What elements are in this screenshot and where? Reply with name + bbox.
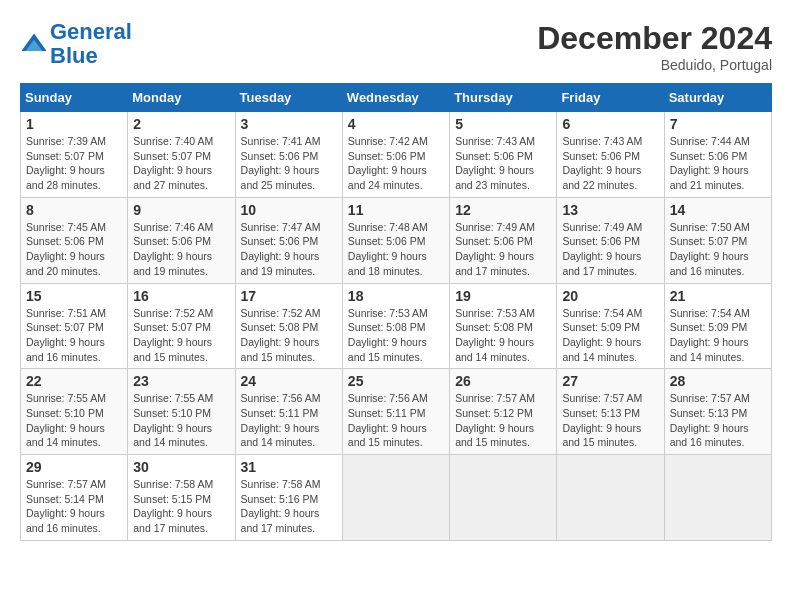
day-number: 27 bbox=[562, 373, 658, 389]
day-number: 22 bbox=[26, 373, 122, 389]
day-number: 8 bbox=[26, 202, 122, 218]
col-wednesday: Wednesday bbox=[342, 84, 449, 112]
day-info: Sunrise: 7:54 AM Sunset: 5:09 PM Dayligh… bbox=[562, 306, 658, 365]
day-number: 11 bbox=[348, 202, 444, 218]
calendar-cell: 17 Sunrise: 7:52 AM Sunset: 5:08 PM Dayl… bbox=[235, 283, 342, 369]
day-info: Sunrise: 7:54 AM Sunset: 5:09 PM Dayligh… bbox=[670, 306, 766, 365]
day-info: Sunrise: 7:53 AM Sunset: 5:08 PM Dayligh… bbox=[455, 306, 551, 365]
calendar-cell: 6 Sunrise: 7:43 AM Sunset: 5:06 PM Dayli… bbox=[557, 112, 664, 198]
calendar-cell: 18 Sunrise: 7:53 AM Sunset: 5:08 PM Dayl… bbox=[342, 283, 449, 369]
day-number: 29 bbox=[26, 459, 122, 475]
day-info: Sunrise: 7:43 AM Sunset: 5:06 PM Dayligh… bbox=[562, 134, 658, 193]
day-number: 18 bbox=[348, 288, 444, 304]
day-number: 10 bbox=[241, 202, 337, 218]
day-info: Sunrise: 7:57 AM Sunset: 5:12 PM Dayligh… bbox=[455, 391, 551, 450]
logo-text: General Blue bbox=[50, 20, 132, 68]
col-monday: Monday bbox=[128, 84, 235, 112]
calendar-cell: 13 Sunrise: 7:49 AM Sunset: 5:06 PM Dayl… bbox=[557, 197, 664, 283]
calendar-cell: 16 Sunrise: 7:52 AM Sunset: 5:07 PM Dayl… bbox=[128, 283, 235, 369]
calendar-table: Sunday Monday Tuesday Wednesday Thursday… bbox=[20, 83, 772, 541]
day-info: Sunrise: 7:56 AM Sunset: 5:11 PM Dayligh… bbox=[348, 391, 444, 450]
day-info: Sunrise: 7:42 AM Sunset: 5:06 PM Dayligh… bbox=[348, 134, 444, 193]
logo: General Blue bbox=[20, 20, 132, 68]
day-number: 5 bbox=[455, 116, 551, 132]
calendar-cell: 7 Sunrise: 7:44 AM Sunset: 5:06 PM Dayli… bbox=[664, 112, 771, 198]
day-info: Sunrise: 7:45 AM Sunset: 5:06 PM Dayligh… bbox=[26, 220, 122, 279]
calendar-cell: 3 Sunrise: 7:41 AM Sunset: 5:06 PM Dayli… bbox=[235, 112, 342, 198]
calendar-cell: 2 Sunrise: 7:40 AM Sunset: 5:07 PM Dayli… bbox=[128, 112, 235, 198]
day-number: 30 bbox=[133, 459, 229, 475]
day-info: Sunrise: 7:52 AM Sunset: 5:07 PM Dayligh… bbox=[133, 306, 229, 365]
month-title: December 2024 bbox=[537, 20, 772, 57]
calendar-cell: 30 Sunrise: 7:58 AM Sunset: 5:15 PM Dayl… bbox=[128, 455, 235, 541]
calendar-cell: 11 Sunrise: 7:48 AM Sunset: 5:06 PM Dayl… bbox=[342, 197, 449, 283]
day-info: Sunrise: 7:55 AM Sunset: 5:10 PM Dayligh… bbox=[26, 391, 122, 450]
day-info: Sunrise: 7:58 AM Sunset: 5:15 PM Dayligh… bbox=[133, 477, 229, 536]
day-info: Sunrise: 7:57 AM Sunset: 5:14 PM Dayligh… bbox=[26, 477, 122, 536]
day-number: 13 bbox=[562, 202, 658, 218]
calendar-cell: 27 Sunrise: 7:57 AM Sunset: 5:13 PM Dayl… bbox=[557, 369, 664, 455]
calendar-cell: 29 Sunrise: 7:57 AM Sunset: 5:14 PM Dayl… bbox=[21, 455, 128, 541]
calendar-week-2: 8 Sunrise: 7:45 AM Sunset: 5:06 PM Dayli… bbox=[21, 197, 772, 283]
calendar-cell: 5 Sunrise: 7:43 AM Sunset: 5:06 PM Dayli… bbox=[450, 112, 557, 198]
calendar-cell: 10 Sunrise: 7:47 AM Sunset: 5:06 PM Dayl… bbox=[235, 197, 342, 283]
calendar-week-3: 15 Sunrise: 7:51 AM Sunset: 5:07 PM Dayl… bbox=[21, 283, 772, 369]
calendar-cell: 28 Sunrise: 7:57 AM Sunset: 5:13 PM Dayl… bbox=[664, 369, 771, 455]
day-info: Sunrise: 7:56 AM Sunset: 5:11 PM Dayligh… bbox=[241, 391, 337, 450]
day-number: 7 bbox=[670, 116, 766, 132]
calendar-cell: 14 Sunrise: 7:50 AM Sunset: 5:07 PM Dayl… bbox=[664, 197, 771, 283]
calendar-cell: 19 Sunrise: 7:53 AM Sunset: 5:08 PM Dayl… bbox=[450, 283, 557, 369]
day-number: 6 bbox=[562, 116, 658, 132]
header-row: Sunday Monday Tuesday Wednesday Thursday… bbox=[21, 84, 772, 112]
day-number: 12 bbox=[455, 202, 551, 218]
logo-icon bbox=[20, 30, 48, 58]
day-number: 9 bbox=[133, 202, 229, 218]
calendar-cell: 4 Sunrise: 7:42 AM Sunset: 5:06 PM Dayli… bbox=[342, 112, 449, 198]
calendar-cell: 25 Sunrise: 7:56 AM Sunset: 5:11 PM Dayl… bbox=[342, 369, 449, 455]
title-block: December 2024 Beduido, Portugal bbox=[537, 20, 772, 73]
day-number: 28 bbox=[670, 373, 766, 389]
day-info: Sunrise: 7:52 AM Sunset: 5:08 PM Dayligh… bbox=[241, 306, 337, 365]
calendar-cell: 21 Sunrise: 7:54 AM Sunset: 5:09 PM Dayl… bbox=[664, 283, 771, 369]
day-info: Sunrise: 7:49 AM Sunset: 5:06 PM Dayligh… bbox=[562, 220, 658, 279]
day-number: 21 bbox=[670, 288, 766, 304]
calendar-cell: 31 Sunrise: 7:58 AM Sunset: 5:16 PM Dayl… bbox=[235, 455, 342, 541]
col-sunday: Sunday bbox=[21, 84, 128, 112]
col-thursday: Thursday bbox=[450, 84, 557, 112]
location: Beduido, Portugal bbox=[537, 57, 772, 73]
day-info: Sunrise: 7:40 AM Sunset: 5:07 PM Dayligh… bbox=[133, 134, 229, 193]
day-number: 1 bbox=[26, 116, 122, 132]
calendar-week-1: 1 Sunrise: 7:39 AM Sunset: 5:07 PM Dayli… bbox=[21, 112, 772, 198]
day-info: Sunrise: 7:58 AM Sunset: 5:16 PM Dayligh… bbox=[241, 477, 337, 536]
day-number: 15 bbox=[26, 288, 122, 304]
calendar-cell: 26 Sunrise: 7:57 AM Sunset: 5:12 PM Dayl… bbox=[450, 369, 557, 455]
day-number: 25 bbox=[348, 373, 444, 389]
day-number: 16 bbox=[133, 288, 229, 304]
calendar-cell: 9 Sunrise: 7:46 AM Sunset: 5:06 PM Dayli… bbox=[128, 197, 235, 283]
day-info: Sunrise: 7:43 AM Sunset: 5:06 PM Dayligh… bbox=[455, 134, 551, 193]
calendar-cell bbox=[450, 455, 557, 541]
calendar-week-5: 29 Sunrise: 7:57 AM Sunset: 5:14 PM Dayl… bbox=[21, 455, 772, 541]
day-number: 4 bbox=[348, 116, 444, 132]
calendar-cell: 8 Sunrise: 7:45 AM Sunset: 5:06 PM Dayli… bbox=[21, 197, 128, 283]
day-number: 17 bbox=[241, 288, 337, 304]
calendar-cell bbox=[557, 455, 664, 541]
calendar-cell: 15 Sunrise: 7:51 AM Sunset: 5:07 PM Dayl… bbox=[21, 283, 128, 369]
calendar-cell: 23 Sunrise: 7:55 AM Sunset: 5:10 PM Dayl… bbox=[128, 369, 235, 455]
day-info: Sunrise: 7:44 AM Sunset: 5:06 PM Dayligh… bbox=[670, 134, 766, 193]
col-saturday: Saturday bbox=[664, 84, 771, 112]
col-tuesday: Tuesday bbox=[235, 84, 342, 112]
day-info: Sunrise: 7:39 AM Sunset: 5:07 PM Dayligh… bbox=[26, 134, 122, 193]
day-number: 2 bbox=[133, 116, 229, 132]
day-info: Sunrise: 7:46 AM Sunset: 5:06 PM Dayligh… bbox=[133, 220, 229, 279]
calendar-cell: 24 Sunrise: 7:56 AM Sunset: 5:11 PM Dayl… bbox=[235, 369, 342, 455]
day-number: 26 bbox=[455, 373, 551, 389]
day-number: 31 bbox=[241, 459, 337, 475]
calendar-cell: 1 Sunrise: 7:39 AM Sunset: 5:07 PM Dayli… bbox=[21, 112, 128, 198]
calendar-cell bbox=[664, 455, 771, 541]
day-info: Sunrise: 7:55 AM Sunset: 5:10 PM Dayligh… bbox=[133, 391, 229, 450]
day-info: Sunrise: 7:41 AM Sunset: 5:06 PM Dayligh… bbox=[241, 134, 337, 193]
day-info: Sunrise: 7:50 AM Sunset: 5:07 PM Dayligh… bbox=[670, 220, 766, 279]
calendar-cell: 12 Sunrise: 7:49 AM Sunset: 5:06 PM Dayl… bbox=[450, 197, 557, 283]
day-info: Sunrise: 7:57 AM Sunset: 5:13 PM Dayligh… bbox=[670, 391, 766, 450]
